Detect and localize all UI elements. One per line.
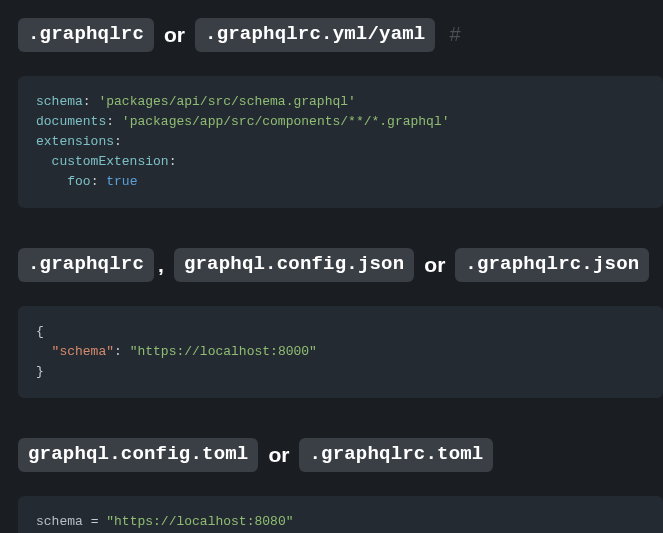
filename-chip: .graphqlrc.json (455, 248, 649, 282)
code-block: schema = "https://localhost:8080" (18, 496, 663, 533)
code-block: { "schema": "https://localhost:8000" } (18, 306, 663, 398)
filename-chip: .graphqlrc (18, 248, 154, 282)
filename-chip: .graphqlrc (18, 18, 154, 52)
section-heading: graphql.config.tomlor.graphqlrc.toml (18, 438, 663, 472)
separator-or: or (164, 23, 185, 47)
separator-or: or (268, 443, 289, 467)
section-heading: .graphqlrcor.graphqlrc.yml/yaml# (18, 18, 663, 52)
separator-or: or (424, 253, 445, 277)
filename-chip: graphql.config.toml (18, 438, 258, 472)
section-heading: .graphqlrc,graphql.config.jsonor.graphql… (18, 248, 663, 282)
filename-chip: graphql.config.json (174, 248, 414, 282)
filename-chip: .graphqlrc.toml (299, 438, 493, 472)
filename-chip: .graphqlrc.yml/yaml (195, 18, 435, 52)
code-block: schema: 'packages/api/src/schema.graphql… (18, 76, 663, 209)
anchor-hash-icon[interactable]: # (449, 23, 460, 46)
separator-comma: , (158, 253, 164, 277)
